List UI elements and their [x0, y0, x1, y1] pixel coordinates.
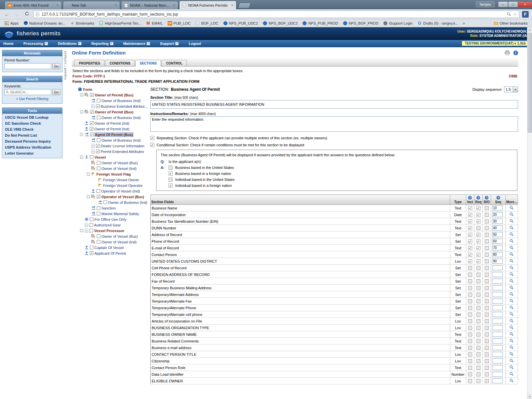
field-seq-input[interactable] [492, 272, 503, 277]
tree-node-label[interactable]: Owner of Permit (Bus) [95, 93, 133, 97]
field-seq-input[interactable] [492, 265, 503, 270]
bookmark-item[interactable]: BOF_LOC [194, 20, 220, 26]
field-req-checkbox[interactable] [476, 279, 480, 283]
field-incl-checkbox[interactable] [468, 313, 472, 317]
field-incl-checkbox[interactable] [468, 273, 472, 277]
field-ro-checkbox[interactable] [485, 359, 489, 363]
field-ro-checkbox[interactable] [485, 326, 489, 330]
field-req-checkbox[interactable] [476, 253, 480, 257]
field-req-checkbox[interactable] [476, 332, 480, 336]
instructions-textarea[interactable]: Enter the requested information. [150, 116, 518, 132]
field-ro-checkbox[interactable] [485, 352, 489, 356]
tree-node[interactable]: -Operator of Vessel (Bus) [72, 194, 148, 200]
tree-node-checkbox[interactable] [89, 229, 93, 232]
tree-collapse-icon[interactable]: - [80, 156, 83, 159]
field-incl-checkbox[interactable] [468, 372, 472, 376]
tree-node[interactable]: Owner of Business (Ind) [72, 200, 148, 205]
reload-button[interactable] [23, 11, 31, 17]
column-help-icon[interactable]: ? [476, 196, 480, 200]
field-seq-input[interactable] [492, 245, 503, 250]
tree-node-label[interactable]: Vessel [94, 155, 106, 159]
sidebar-expand-collapse[interactable]: expand / collapse [63, 47, 68, 79]
tree-node-label[interactable]: Business Extended Attributes [101, 104, 148, 108]
tree-node-checkbox[interactable] [97, 138, 100, 142]
field-req-checkbox[interactable] [476, 226, 480, 230]
field-ro-checkbox[interactable] [485, 213, 489, 217]
nav-item-reporting[interactable]: Reporting✓ [91, 42, 113, 46]
tab-conditions[interactable]: CONDITIONS [105, 60, 135, 66]
tree-collapse-icon[interactable]: - [87, 173, 90, 176]
tab-close-icon[interactable]: × [56, 3, 59, 8]
field-ro-checkbox[interactable] [485, 233, 489, 237]
tree-node-checkbox[interactable] [97, 99, 100, 102]
field-incl-checkbox[interactable] [468, 379, 472, 383]
field-seq-input[interactable] [492, 239, 503, 244]
field-more-button[interactable] [505, 291, 518, 298]
tree-node[interactable]: Business Extended Attributes [72, 103, 148, 109]
field-ro-checkbox[interactable] [485, 226, 489, 230]
tree-node[interactable]: Dealer License Information [72, 143, 148, 149]
scroll-down-arrow[interactable]: ▼ [527, 394, 532, 399]
field-more-button[interactable] [505, 325, 518, 331]
search-go-button[interactable]: Go [53, 89, 60, 95]
tree-node-label[interactable]: Owner of Vessel (Bus) [101, 234, 138, 238]
field-more-button[interactable] [505, 225, 518, 231]
field-ro-checkbox[interactable] [485, 366, 489, 370]
tree-node[interactable]: -Foreign Vessel Flag [72, 171, 148, 177]
field-incl-checkbox[interactable] [468, 332, 472, 336]
tool-link[interactable]: USCG Vessel DB Lookup [2, 114, 62, 120]
tree-node-checkbox[interactable] [90, 121, 93, 125]
field-seq-input[interactable] [492, 292, 503, 297]
tree-node-label[interactable]: Owner of Permit (Ind) [94, 127, 129, 131]
field-incl-checkbox[interactable] [468, 293, 472, 297]
field-more-button[interactable] [505, 344, 518, 351]
field-more-button[interactable] [505, 371, 518, 378]
field-more-button[interactable] [505, 364, 518, 371]
field-more-button[interactable] [505, 211, 518, 218]
field-ro-checkbox[interactable] [485, 306, 489, 310]
column-help-icon[interactable]: ? [468, 196, 472, 200]
tree-node-label[interactable]: Captain Of Vessel [94, 246, 124, 250]
tree-node-label[interactable]: Applicant Of Permit [94, 251, 126, 255]
field-ro-checkbox[interactable] [485, 339, 489, 343]
field-seq-input[interactable] [492, 305, 503, 310]
nav-item-maintenance[interactable]: Maintenance✓ [123, 42, 150, 46]
field-seq-input[interactable] [492, 232, 503, 237]
field-req-checkbox[interactable] [476, 293, 480, 297]
tree-node-label[interactable]: Agent Of Permit (Bus) [95, 133, 133, 137]
tree-node-checkbox[interactable] [90, 155, 93, 159]
bookmark-item[interactable]: NPS_PUB_PROD [301, 20, 339, 26]
tree-node[interactable]: Owner of Vessel (Ind) [72, 166, 148, 171]
field-more-button[interactable] [505, 318, 518, 325]
tree-node-checkbox[interactable] [89, 223, 93, 227]
tree-node[interactable]: Foreign Vessel Operator [72, 183, 148, 188]
field-incl-checkbox[interactable] [468, 359, 472, 363]
tree-node[interactable]: -Owner of Permit (Bus) [72, 92, 148, 98]
tree-node-label[interactable]: Owner of Business (Ind) [101, 138, 141, 142]
field-seq-input[interactable] [492, 338, 503, 343]
tree-node[interactable]: Owner of Business (Ind) [72, 137, 148, 143]
field-req-checkbox[interactable] [476, 306, 480, 310]
tree-node-label[interactable]: Owner of Business (Ind) [101, 116, 141, 120]
tree-node-checkbox[interactable] [96, 144, 100, 148]
scrollbar-thumb[interactable] [528, 33, 532, 133]
tree-node[interactable]: Marine Mammal Safety [72, 211, 148, 216]
field-req-checkbox[interactable] [476, 339, 480, 343]
window-minimize-button[interactable]: – [498, 1, 508, 7]
bookmark-item[interactable]: HighSeasPermit-Tes... [97, 20, 143, 26]
field-ro-checkbox[interactable] [485, 313, 489, 317]
field-req-checkbox[interactable] [476, 319, 480, 323]
tree-node[interactable]: Owner of Permit (Ind) [72, 120, 148, 126]
bookmark-item[interactable]: National Oceanic an... [22, 20, 67, 26]
window-maximize-button[interactable]: □ [508, 1, 518, 7]
bookmark-item[interactable]: ★Bookmarks [68, 20, 96, 26]
tree-node-checkbox[interactable] [90, 127, 93, 131]
tree-node[interactable]: -Agent Of Permit (Bus) [72, 132, 148, 137]
tree-node-checkbox[interactable] [103, 200, 107, 204]
field-incl-checkbox[interactable] [468, 366, 472, 370]
tree-node-label[interactable]: Foreign Vessel Owner [103, 178, 139, 182]
field-seq-input[interactable] [492, 219, 503, 224]
new-tab-button[interactable] [238, 3, 251, 8]
field-incl-checkbox[interactable] [468, 266, 472, 270]
tree-node-checkbox[interactable] [90, 93, 94, 97]
